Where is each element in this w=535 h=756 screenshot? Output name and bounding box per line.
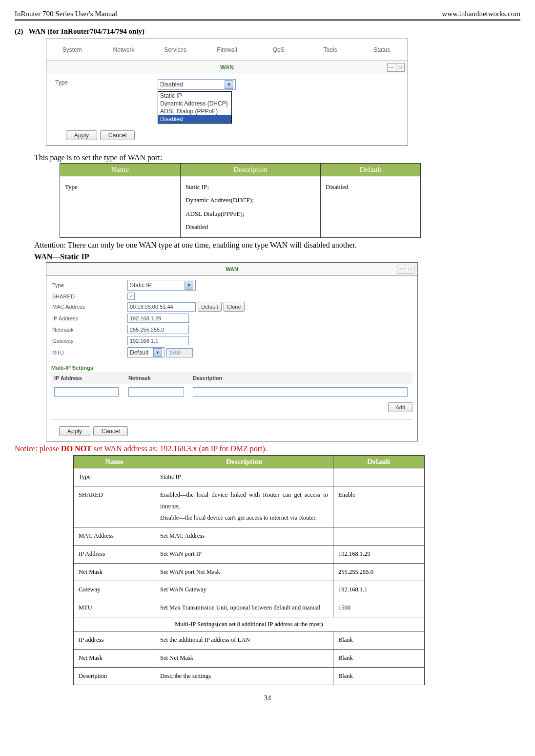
cell: Set Max Transmission Unit, optional betw… <box>155 599 333 617</box>
cell-default: Disabled <box>321 176 421 238</box>
tab-system[interactable]: System <box>46 46 98 53</box>
shared-checkbox[interactable]: ✓ <box>127 293 135 300</box>
cancel-button-2[interactable]: Cancel <box>93 426 128 436</box>
chevron-down-icon[interactable]: ▼ <box>225 80 233 89</box>
cell: Set the additional IP address of LAN <box>155 631 333 650</box>
tab-network[interactable]: Network <box>98 46 150 53</box>
cell: Set MAC Address <box>155 527 333 546</box>
cell: Blank <box>333 649 425 667</box>
cell: 192.168.1.1 <box>333 581 425 599</box>
table-row: MAC AddressSet MAC Address <box>74 527 425 546</box>
cell: Net Mask <box>74 649 155 667</box>
minimize-icon[interactable]: — <box>388 63 396 71</box>
desc-line: ADSL Dialup(PPPoE); <box>185 210 245 217</box>
col-default: Default <box>333 456 425 468</box>
maximize-icon[interactable]: □ <box>406 265 414 273</box>
type-dropdown[interactable]: Disabled ▼ <box>158 79 236 90</box>
multi-col-ip: IP Address <box>51 373 125 383</box>
tab-firewall[interactable]: Firewall <box>201 46 253 53</box>
gateway-input[interactable]: 192.168.1.1 <box>127 336 189 345</box>
desc-line: Disabled <box>185 223 208 231</box>
cell: 255.255.255.0 <box>333 563 425 581</box>
type-dropdown-2[interactable]: Static IP ▼ <box>127 280 196 291</box>
cell: 1500 <box>333 599 425 617</box>
mtu-value-input: 1500 <box>166 348 193 357</box>
cell: IP Address <box>74 545 155 563</box>
mid-note-cell: Multi-IP Settings(can set 8 additional I… <box>74 617 425 631</box>
mac-default-button[interactable]: Default <box>198 302 222 312</box>
cell: Description <box>74 667 155 685</box>
cell: Type <box>74 468 155 486</box>
cell: SHARED <box>74 486 155 527</box>
type-label: Type <box>55 79 114 90</box>
desc-line: Static IP; <box>185 183 209 190</box>
type-value: Static IP <box>130 282 152 289</box>
cell: IP address <box>74 631 155 650</box>
shared-label: SHARED <box>52 294 125 299</box>
netmask-input[interactable]: 255.255.255.0 <box>127 325 189 334</box>
add-button[interactable]: Add <box>388 402 412 412</box>
cancel-button[interactable]: Cancel <box>100 130 135 140</box>
ip-label: IP Address <box>52 315 125 321</box>
option-dhcp[interactable]: Dynamic Address (DHCP) <box>158 100 231 107</box>
cell-description: Static IP; Dynamic Address(DHCP); ADSL D… <box>181 176 321 238</box>
tab-status[interactable]: Status <box>356 46 408 53</box>
option-disabled[interactable]: Disabled <box>158 115 231 123</box>
mtu-mode-dropdown[interactable]: Default ▼ <box>127 347 165 358</box>
ip-input[interactable]: 192.168.1.29 <box>127 314 189 323</box>
cell: Set WAN Gateway <box>155 581 333 599</box>
table-row: GatewaySet WAN Gateway192.168.1.1 <box>74 581 425 599</box>
cell: Enable <box>333 486 425 527</box>
col-default: Default <box>321 164 421 176</box>
cell: Static IP <box>155 468 333 486</box>
table-row: IP addressSet the additional IP address … <box>74 631 425 650</box>
mac-clone-button[interactable]: Clone <box>224 302 245 312</box>
multi-ip-input[interactable] <box>54 387 119 397</box>
option-static-ip[interactable]: Static IP <box>158 92 231 100</box>
panel-title: WAN <box>220 64 234 71</box>
table-mid-note: Multi-IP Settings(can set 8 additional I… <box>74 617 425 631</box>
apply-button-2[interactable]: Apply <box>59 426 90 436</box>
type-label: Type <box>52 282 125 288</box>
notice-prefix: Notice: please <box>15 444 61 453</box>
cell: Blank <box>333 631 425 650</box>
col-name: Name <box>60 164 181 176</box>
maximize-icon[interactable]: □ <box>396 63 405 71</box>
cell: Set Net Mask <box>155 649 333 667</box>
multi-desc-input[interactable] <box>193 387 408 397</box>
page-number: 34 <box>15 694 520 702</box>
tab-qos[interactable]: QoS <box>253 46 305 53</box>
chevron-down-icon[interactable]: ▼ <box>185 281 193 290</box>
static-desc-table: Name Description Default TypeStatic IP S… <box>73 455 425 685</box>
cell: Gateway <box>74 581 155 599</box>
chevron-down-icon[interactable]: ▼ <box>153 348 162 357</box>
panel-title-2: WAN <box>226 266 238 272</box>
multi-col-netmask: Netmask <box>125 373 190 383</box>
apply-button[interactable]: Apply <box>66 130 97 140</box>
mac-input[interactable]: 00:18:05:00:51:44 <box>127 302 196 312</box>
table-row: TypeStatic IP <box>74 468 425 486</box>
attention-text: Attention: There can only be one WAN typ… <box>34 241 520 250</box>
mtu-mode-value: Default <box>130 349 148 356</box>
nav-tabs: System Network Services Firewall QoS Too… <box>46 39 408 61</box>
minimize-icon[interactable]: — <box>397 265 406 273</box>
doc-title: InRouter 700 Series User's Manual <box>15 10 117 18</box>
table-row: DescriptionDescribe the settingsBlank <box>74 667 425 685</box>
table-row: Net MaskSet Net MaskBlank <box>74 649 425 667</box>
multi-netmask-input[interactable] <box>128 387 184 397</box>
doc-url: www.inhandnetworks.com <box>442 10 520 18</box>
option-pppoe[interactable]: ADSL Dialup (PPPoE) <box>158 107 231 115</box>
cell: Set WAN port Net Mask <box>155 563 333 581</box>
window-icons-2: — □ <box>397 265 414 273</box>
mac-label: MAC Address <box>52 304 125 310</box>
cell-name: Type <box>60 176 181 238</box>
gateway-label: Gateway <box>52 338 125 344</box>
cell: Set WAN port IP <box>155 545 333 563</box>
wan-type-screenshot: System Network Services Firewall QoS Too… <box>46 39 408 146</box>
type-selected-value: Disabled <box>160 81 183 88</box>
col-description: Description <box>155 456 333 468</box>
tab-services[interactable]: Services <box>149 46 201 53</box>
table-row: Type Static IP; Dynamic Address(DHCP); A… <box>60 176 421 238</box>
tab-tools[interactable]: Tools <box>305 46 356 53</box>
intro-text: This page is to set the type of WAN port… <box>34 153 520 162</box>
